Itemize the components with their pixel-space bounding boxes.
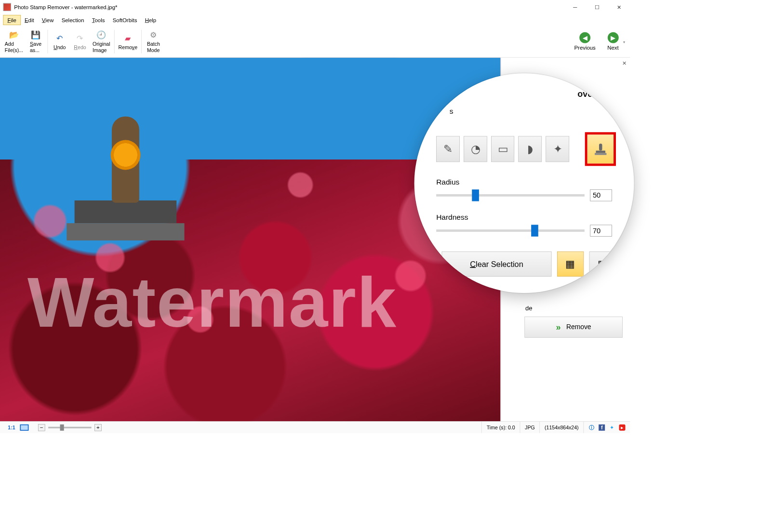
radius-value-input[interactable]: 50 [590,189,612,201]
status-time: Time (s): 0.0 [481,422,520,433]
slider-thumb[interactable] [472,189,479,201]
right-panel: ✕ de » Remove ove s ✎ ◔ ▭ ◗ ✦ [501,58,630,422]
info-icon[interactable]: ⓘ [588,424,595,430]
menubar: File Edit View Selection Tools SoftOrbit… [0,14,630,26]
save-selection-icon: ▦ [565,258,575,270]
lasso-icon: ◗ [527,143,533,156]
app-icon [3,3,11,11]
tools-label: s [432,107,616,116]
hardness-label: Hardness [432,213,616,222]
facebook-icon[interactable]: f [599,424,605,430]
separator [141,30,142,53]
load-selection-icon: ▦ [598,258,607,270]
svg-rect-0 [599,144,602,151]
maximize-button[interactable]: ☐ [586,0,608,14]
status-dimensions: (1154x864x24) [539,422,583,433]
toolbar-dropdown-icon[interactable]: ▾ [623,40,627,44]
next-button[interactable]: ▶ Next [607,32,618,51]
menu-file[interactable]: File [3,15,21,25]
undo-button[interactable]: ↶ Undo [50,31,70,52]
undo-icon: ↶ [54,33,65,44]
zoom-in-button[interactable]: + [94,424,102,431]
remove-button-toolbar[interactable]: ▰ Remove [116,31,140,52]
svg-rect-2 [595,153,606,155]
magic-wand-tool[interactable]: ✦ [546,136,570,162]
toolbar: 📂 AddFile(s)... 💾 Saveas... ↶ Undo ↷ Red… [0,26,630,57]
separator [114,30,115,53]
redo-icon: ↷ [75,33,86,44]
menu-softorbits[interactable]: SoftOrbits [109,15,141,25]
zoom-slider[interactable] [48,426,92,428]
folder-open-icon: 📂 [8,29,19,40]
save-icon: 💾 [30,29,41,40]
wand-icon: ✦ [553,143,562,156]
stamp-graphic [75,117,177,240]
hardness-slider[interactable] [436,229,585,232]
panel-close-button[interactable]: ✕ [622,60,627,66]
previous-button[interactable]: ◀ Previous [574,32,595,51]
titlebar: Photo Stamp Remover - watermarked.jpg* ─… [0,0,630,14]
fit-to-screen-button[interactable] [20,424,28,430]
selection-tools-row: ✎ ◔ ▭ ◗ ✦ [432,132,616,166]
zoom-1to1-button[interactable]: 1:1 [5,425,18,430]
slider-thumb[interactable] [60,424,64,430]
separator [47,30,48,53]
arrow-right-icon: ▶ [608,32,619,43]
workarea: Watermark ✕ de » Remove ove s ✎ ◔ ▭ [0,57,630,421]
hardness-value-input[interactable]: 70 [590,225,612,236]
menu-view[interactable]: View [38,15,58,25]
remove-action-button[interactable]: » Remove [524,317,623,338]
image-canvas[interactable]: Watermark [0,58,501,422]
menu-help[interactable]: Help [141,15,160,25]
mode-label: de [524,305,623,312]
arrow-left-icon: ◀ [579,32,590,43]
slider-thumb[interactable] [531,225,538,236]
eraser-icon: ▰ [122,33,133,44]
status-social-icons: ⓘ f ✦ ▶ [583,422,630,433]
window-controls: ─ ☐ ✕ [564,0,630,14]
eraser-icon: ◔ [471,143,480,156]
original-image-button[interactable]: 🕘 OriginalImage [90,28,112,55]
watermark-overlay-text: Watermark [27,262,397,343]
twitter-icon[interactable]: ✦ [609,424,615,430]
menu-edit[interactable]: Edit [21,15,38,25]
arrow-right-double-icon: » [556,322,561,332]
pencil-tool[interactable]: ✎ [436,136,460,162]
redo-button[interactable]: ↷ Redo [70,31,90,52]
close-button[interactable]: ✕ [608,0,630,14]
load-selection-button[interactable]: ▦ [589,252,616,277]
radius-slider[interactable] [436,194,585,197]
save-selection-button[interactable]: ▦ [557,252,584,277]
marquee-tool[interactable]: ▭ [491,136,515,162]
gear-icon: ⚙ [148,29,159,40]
menu-tools[interactable]: Tools [88,15,109,25]
statusbar: 1:1 − + Time (s): 0.0 JPG (1154x864x24) … [0,421,630,433]
magnifier-callout: ove s ✎ ◔ ▭ ◗ ✦ Radius [414,73,634,293]
window-title: Photo Stamp Remover - watermarked.jpg* [14,4,564,10]
menu-selection[interactable]: Selection [58,15,88,25]
eraser-tool[interactable]: ◔ [464,136,487,162]
add-files-button[interactable]: 📂 AddFile(s)... [2,28,26,55]
minimize-button[interactable]: ─ [564,0,587,14]
stamp-icon [593,141,609,157]
clone-stamp-tool[interactable] [585,132,616,166]
zoom-out-button[interactable]: − [38,424,45,431]
status-format: JPG [520,422,540,433]
history-icon: 🕘 [96,29,107,40]
youtube-icon[interactable]: ▶ [619,424,625,430]
pencil-icon: ✎ [443,143,453,156]
batch-mode-button[interactable]: ⚙ BatchMode [143,28,163,55]
marquee-icon: ▭ [498,143,508,156]
save-as-button[interactable]: 💾 Saveas... [26,28,46,55]
svg-rect-1 [596,151,605,153]
lasso-tool[interactable]: ◗ [519,136,542,162]
radius-label: Radius [432,178,616,186]
